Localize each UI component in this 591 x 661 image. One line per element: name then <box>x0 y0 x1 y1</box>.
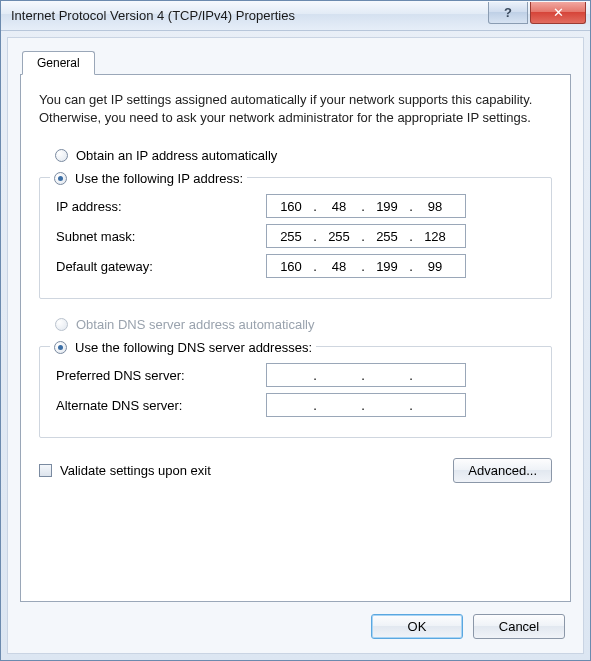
gw-oct4[interactable]: 99 <box>415 259 455 274</box>
radio-icon <box>54 341 67 354</box>
mask-oct3[interactable]: 255 <box>367 229 407 244</box>
radio-icon <box>54 172 67 185</box>
ip-oct1[interactable]: 160 <box>271 199 311 214</box>
gw-oct1[interactable]: 160 <box>271 259 311 274</box>
default-gateway-input[interactable]: 160. 48. 199. 99 <box>266 254 466 278</box>
ip-oct4[interactable]: 98 <box>415 199 455 214</box>
tabpage-general: You can get IP settings assigned automat… <box>20 74 571 602</box>
radio-ip-auto[interactable]: Obtain an IP address automatically <box>55 148 544 163</box>
help-button[interactable]: ? <box>488 2 528 24</box>
help-icon: ? <box>504 5 512 20</box>
radio-ip-manual-label: Use the following IP address: <box>75 171 243 186</box>
alternate-dns-label: Alternate DNS server: <box>56 398 266 413</box>
mask-oct4[interactable]: 128 <box>415 229 455 244</box>
preferred-dns-label: Preferred DNS server: <box>56 368 266 383</box>
tab-general[interactable]: General <box>22 51 95 75</box>
dns-manual-group: Use the following DNS server addresses: … <box>39 346 552 438</box>
ip-manual-group: Use the following IP address: IP address… <box>39 177 552 299</box>
dialog-footer: OK Cancel <box>20 602 571 641</box>
field-subnet-mask: Subnet mask: 255. 255. 255. 128 <box>56 224 535 248</box>
subnet-mask-label: Subnet mask: <box>56 229 266 244</box>
ip-oct3[interactable]: 199 <box>367 199 407 214</box>
titlebar: Internet Protocol Version 4 (TCP/IPv4) P… <box>1 1 590 31</box>
radio-dns-manual[interactable]: Use the following DNS server addresses: <box>50 340 316 355</box>
alternate-dns-input[interactable]: . . . <box>266 393 466 417</box>
ip-oct2[interactable]: 48 <box>319 199 359 214</box>
window-title: Internet Protocol Version 4 (TCP/IPv4) P… <box>11 8 488 23</box>
default-gateway-label: Default gateway: <box>56 259 266 274</box>
checkbox-icon <box>39 464 52 477</box>
field-default-gateway: Default gateway: 160. 48. 199. 99 <box>56 254 535 278</box>
ip-address-input[interactable]: 160. 48. 199. 98 <box>266 194 466 218</box>
field-alternate-dns: Alternate DNS server: . . . <box>56 393 535 417</box>
cancel-button[interactable]: Cancel <box>473 614 565 639</box>
ip-address-label: IP address: <box>56 199 266 214</box>
radio-dns-auto: Obtain DNS server address automatically <box>55 317 544 332</box>
radio-icon <box>55 318 68 331</box>
validate-checkbox[interactable]: Validate settings upon exit <box>39 463 211 478</box>
radio-icon <box>55 149 68 162</box>
ok-button[interactable]: OK <box>371 614 463 639</box>
validate-label: Validate settings upon exit <box>60 463 211 478</box>
bottom-row: Validate settings upon exit Advanced... <box>39 458 552 483</box>
preferred-dns-input[interactable]: . . . <box>266 363 466 387</box>
radio-ip-manual[interactable]: Use the following IP address: <box>50 171 247 186</box>
intro-text: You can get IP settings assigned automat… <box>39 91 552 126</box>
advanced-button[interactable]: Advanced... <box>453 458 552 483</box>
radio-ip-auto-label: Obtain an IP address automatically <box>76 148 277 163</box>
close-button[interactable]: ✕ <box>530 2 586 24</box>
mask-oct2[interactable]: 255 <box>319 229 359 244</box>
field-ip-address: IP address: 160. 48. 199. 98 <box>56 194 535 218</box>
field-preferred-dns: Preferred DNS server: . . . <box>56 363 535 387</box>
client-area: General You can get IP settings assigned… <box>7 37 584 654</box>
gw-oct2[interactable]: 48 <box>319 259 359 274</box>
gw-oct3[interactable]: 199 <box>367 259 407 274</box>
radio-dns-manual-label: Use the following DNS server addresses: <box>75 340 312 355</box>
tabstrip: General <box>20 51 571 75</box>
mask-oct1[interactable]: 255 <box>271 229 311 244</box>
dialog-window: Internet Protocol Version 4 (TCP/IPv4) P… <box>0 0 591 661</box>
radio-dns-auto-label: Obtain DNS server address automatically <box>76 317 314 332</box>
subnet-mask-input[interactable]: 255. 255. 255. 128 <box>266 224 466 248</box>
close-icon: ✕ <box>553 5 564 20</box>
